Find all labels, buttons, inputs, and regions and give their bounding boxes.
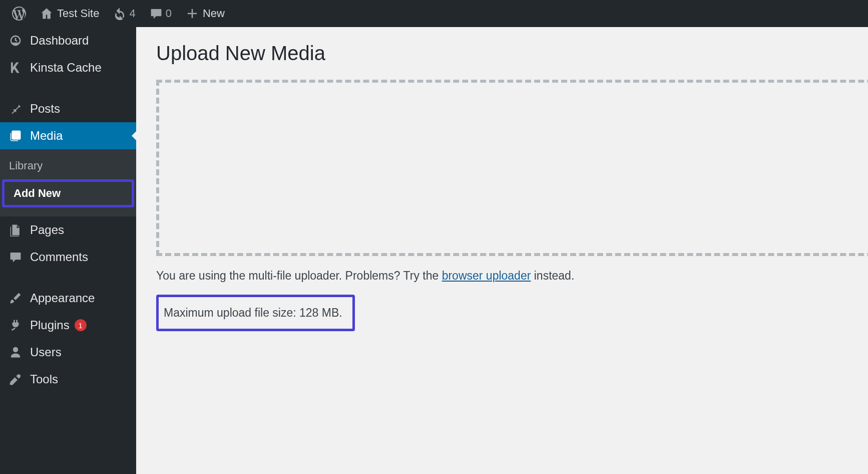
updates-link[interactable]: 4 (106, 0, 142, 27)
sidebar-label: Plugins (30, 318, 70, 332)
sidebar-item-plugins[interactable]: Plugins 1 (0, 312, 136, 339)
info-prefix: You are using the multi-file uploader. P… (156, 269, 442, 282)
pin-icon (8, 101, 23, 116)
admin-sidebar: Dashboard Kinsta Cache Posts Media Libra… (0, 27, 136, 474)
sidebar-label: Comments (30, 250, 88, 264)
comment-icon (150, 7, 163, 20)
sidebar-label: Pages (30, 223, 64, 237)
media-submenu: Library Add New (0, 149, 136, 216)
plus-icon (186, 7, 199, 20)
brush-icon (8, 291, 23, 306)
uploader-info: You are using the multi-file uploader. P… (156, 269, 848, 283)
submenu-library[interactable]: Library (0, 154, 136, 177)
sidebar-label: Dashboard (30, 34, 89, 48)
drop-heading: Drop files here (852, 132, 868, 151)
user-icon (8, 345, 23, 360)
site-title: Test Site (57, 7, 99, 20)
dashboard-icon (8, 33, 23, 48)
wp-logo[interactable] (5, 0, 33, 27)
main-content: Upload New Media Drop files here or Sele… (136, 27, 868, 474)
sidebar-item-tools[interactable]: Tools (0, 366, 136, 393)
sidebar-label: Tools (30, 372, 58, 386)
comments-count: 0 (166, 7, 172, 20)
sidebar-label: Posts (30, 102, 60, 116)
sidebar-item-dashboard[interactable]: Dashboard (0, 27, 136, 54)
site-link[interactable]: Test Site (33, 0, 106, 27)
info-suffix: instead. (531, 269, 574, 282)
media-icon (8, 128, 23, 143)
sidebar-item-pages[interactable]: Pages (0, 216, 136, 244)
sidebar-label: Kinsta Cache (30, 61, 102, 75)
wrench-icon (8, 372, 23, 387)
browser-uploader-link[interactable]: browser uploader (442, 269, 531, 282)
home-icon (40, 7, 53, 20)
sidebar-item-appearance[interactable]: Appearance (0, 285, 136, 312)
sidebar-item-users[interactable]: Users (0, 339, 136, 366)
plug-icon (8, 318, 23, 333)
drop-or-text: or (852, 158, 868, 171)
sidebar-label: Appearance (30, 291, 95, 305)
pages-icon (8, 222, 23, 238)
new-content[interactable]: New (179, 0, 232, 27)
wordpress-icon (12, 7, 26, 21)
sidebar-item-media[interactable]: Media (0, 122, 136, 149)
new-label: New (203, 7, 225, 20)
sidebar-item-comments[interactable]: Comments (0, 244, 136, 271)
sidebar-item-posts[interactable]: Posts (0, 95, 136, 122)
updates-count: 4 (129, 7, 135, 20)
comments-link[interactable]: 0 (143, 0, 179, 27)
sidebar-label: Users (30, 345, 62, 359)
comments-icon (8, 250, 23, 265)
plugins-badge: 1 (75, 319, 87, 331)
sidebar-label: Media (30, 129, 63, 143)
refresh-icon (113, 7, 126, 20)
submenu-add-new[interactable]: Add New (2, 179, 134, 207)
admin-bar: Test Site 4 0 New (0, 0, 868, 27)
max-upload-size: Maximum upload file size: 128 MB. (156, 295, 355, 331)
page-title: Upload New Media (156, 42, 848, 65)
sidebar-item-kinsta[interactable]: Kinsta Cache (0, 54, 136, 81)
kinsta-icon (8, 60, 23, 75)
upload-dropzone[interactable]: Drop files here or Select Files (156, 80, 868, 256)
